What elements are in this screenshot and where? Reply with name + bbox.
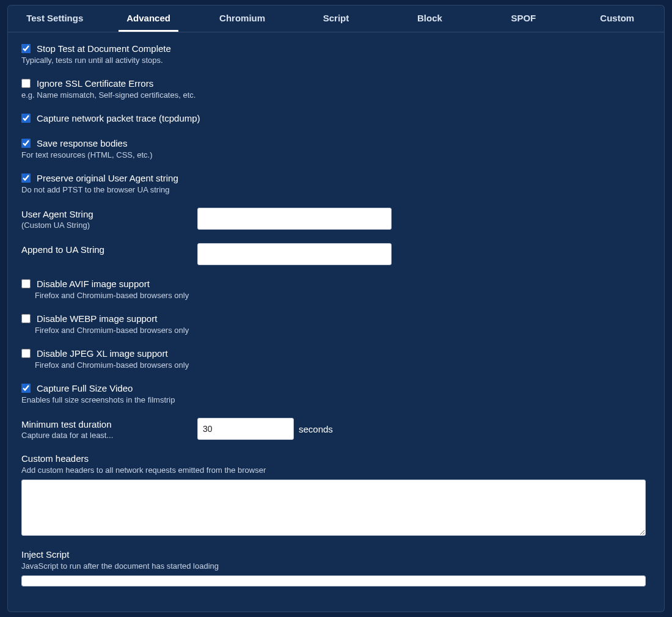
disable-avif-help: Firefox and Chromium-based browsers only: [35, 291, 651, 300]
disable-webp-help: Firefox and Chromium-based browsers only: [35, 326, 651, 335]
tab-custom[interactable]: Custom: [571, 5, 664, 32]
inject-script-sub: JavaScript to run after the document has…: [21, 561, 651, 571]
stop-doc-complete-help: Typically, tests run until all activity …: [21, 56, 651, 65]
custom-headers-label: Custom headers: [21, 453, 651, 464]
min-duration-label: Minimum test duration: [21, 419, 197, 429]
tcpdump-checkbox[interactable]: [21, 114, 31, 123]
preserve-ua-label: Preserve original User Agent string: [37, 173, 178, 183]
min-duration-sub: Capture data for at least...: [21, 431, 197, 440]
settings-panel: Test Settings Advanced Chromium Script B…: [7, 5, 665, 612]
tab-spof[interactable]: SPOF: [477, 5, 570, 32]
ua-string-sub: (Custom UA String): [21, 221, 197, 230]
disable-webp-label: Disable WEBP image support: [37, 313, 157, 324]
tab-test-settings[interactable]: Test Settings: [8, 5, 101, 32]
ua-string-label: User Agent String: [21, 209, 197, 219]
stop-doc-complete-checkbox[interactable]: [21, 44, 31, 53]
full-video-help: Enables full size screenshots in the fil…: [21, 395, 651, 404]
ignore-ssl-help: e.g. Name mismatch, Self-signed certific…: [21, 90, 651, 100]
stop-doc-complete-label: Stop Test at Document Complete: [37, 43, 171, 54]
min-duration-input[interactable]: [197, 418, 294, 440]
min-duration-suffix: seconds: [299, 424, 333, 434]
disable-webp-checkbox[interactable]: [21, 314, 31, 323]
disable-avif-checkbox[interactable]: [21, 279, 31, 288]
disable-jxl-checkbox[interactable]: [21, 349, 31, 358]
save-bodies-checkbox[interactable]: [21, 139, 31, 148]
append-ua-input[interactable]: [197, 243, 392, 265]
save-bodies-label: Save response bodies: [37, 138, 127, 148]
full-video-label: Capture Full Size Video: [37, 383, 133, 393]
inject-script-textarea[interactable]: [21, 575, 646, 586]
tab-script[interactable]: Script: [289, 5, 382, 32]
preserve-ua-help: Do not add PTST to the browser UA string: [21, 185, 651, 194]
custom-headers-sub: Add custom headers to all network reques…: [21, 465, 651, 475]
inject-script-label: Inject Script: [21, 549, 651, 560]
tab-advanced[interactable]: Advanced: [101, 5, 195, 32]
disable-jxl-help: Firefox and Chromium-based browsers only: [35, 360, 651, 370]
disable-avif-label: Disable AVIF image support: [37, 279, 150, 289]
tab-block[interactable]: Block: [383, 5, 477, 32]
preserve-ua-checkbox[interactable]: [21, 173, 31, 183]
tabs-bar: Test Settings Advanced Chromium Script B…: [8, 5, 664, 32]
disable-jxl-label: Disable JPEG XL image support: [37, 348, 168, 359]
append-ua-label: Append to UA String: [21, 244, 197, 255]
ignore-ssl-checkbox[interactable]: [21, 79, 31, 88]
full-video-checkbox[interactable]: [21, 384, 31, 393]
ua-string-input[interactable]: [197, 208, 392, 230]
save-bodies-help: For text resources (HTML, CSS, etc.): [21, 150, 651, 159]
ignore-ssl-label: Ignore SSL Certificate Errors: [37, 78, 153, 89]
tab-chromium[interactable]: Chromium: [195, 5, 289, 32]
custom-headers-textarea[interactable]: [21, 480, 646, 536]
advanced-content: Stop Test at Document Complete Typically…: [8, 32, 664, 589]
tcpdump-label: Capture network packet trace (tcpdump): [37, 113, 200, 123]
